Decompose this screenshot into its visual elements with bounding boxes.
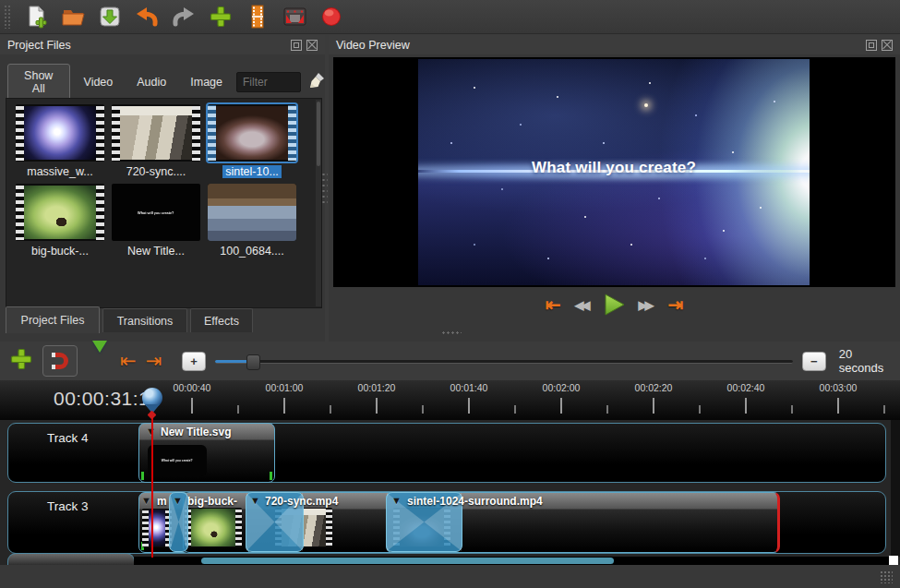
file-thumbnail-sintel [208,104,296,162]
close-panel-icon[interactable] [306,40,318,51]
video-preview-title: Video Preview [336,39,861,52]
horizontal-splitter[interactable] [441,330,462,336]
add-marker-button[interactable] [92,353,107,369]
rewind-button[interactable]: ◀◀ [575,298,591,312]
add-track-button[interactable] [9,347,33,375]
choose-profile-button[interactable] [243,3,272,30]
clear-filter-broom-icon[interactable] [308,72,325,92]
play-button[interactable] [605,294,625,316]
file-name: massive_w... [14,165,106,178]
ruler-label: 00:01:20 [358,382,396,393]
save-project-icon [98,5,122,29]
file-name-selected: sintel-10... [222,165,282,178]
timeline-vertical-scrollbar[interactable] [891,420,900,557]
title-thumb-text: What will you create? [162,459,193,462]
clip-menu-chevron-icon[interactable]: ▼ [250,495,260,506]
video-caption-text: What will you create? [418,159,810,177]
filter-show-all-button[interactable]: Show All [7,64,70,101]
clip-menu-chevron-icon[interactable]: ▼ [391,495,402,506]
zoom-out-button[interactable]: − [802,352,826,371]
open-project-button[interactable] [58,3,88,30]
save-project-button[interactable] [95,3,125,30]
ruler-label: 00:00:40 [174,382,211,393]
fullscreen-icon [282,6,307,28]
vertical-splitter[interactable] [321,172,328,205]
project-files-list: massive_w... 720-sync.... sintel-10... b… [6,98,322,308]
float-panel-icon[interactable] [291,40,302,51]
openshot-window: Project Files Show All Video Audio Image… [0,0,900,588]
tracks-area: Track 4 Track 3 What will you create? ▼ … [0,420,900,565]
zoom-slider-handle[interactable] [246,354,260,370]
record-circle-icon [320,6,342,28]
filter-audio-button[interactable]: Audio [126,70,176,94]
next-marker-button[interactable]: ⇥ [145,350,162,372]
timeline-toolbar: ⇤ ⇥ + − 20 seconds [0,342,900,380]
file-thumbnail-720sync [112,104,200,162]
project-files-panel: Project Files Show All Video Audio Image… [0,35,325,342]
new-project-button[interactable] [21,3,51,30]
stars-decoration [418,59,420,61]
clip-title: New Title.svg [161,426,231,438]
file-item-100-0684[interactable]: 100_0684.... [206,184,298,258]
file-item-sintel[interactable]: sintel-10... [206,104,298,178]
tab-project-files[interactable]: Project Files [6,306,100,333]
tab-transitions[interactable]: Transitions [102,308,187,332]
partial-track-row [7,553,135,566]
zoom-in-button[interactable]: + [182,352,206,371]
import-files-icon [209,5,233,29]
files-filter-row: Show All Video Audio Image [7,68,325,96]
clip-title: sintel-1024-surround.mp4 [407,495,543,508]
filter-input[interactable] [236,72,301,92]
close-panel-icon[interactable] [882,40,893,51]
clip-title: big-buck- [187,495,237,508]
filter-video-button[interactable]: Video [74,70,124,94]
file-name: New Title... [110,245,202,258]
project-files-title: Project Files [7,39,286,52]
clip-menu-chevron-icon[interactable]: ▼ [141,495,151,506]
jump-to-start-button[interactable]: ⇤ [546,294,561,316]
video-preview-header: Video Preview [329,35,900,54]
ruler-label: 00:03:00 [820,382,858,393]
fullscreen-button[interactable] [280,3,309,30]
window-resize-grip[interactable] [880,570,893,583]
snapping-toggle-button[interactable] [42,345,78,377]
open-project-icon [61,5,86,29]
fast-forward-button[interactable]: ▶▶ [639,298,654,312]
previous-marker-button[interactable]: ⇤ [120,350,137,372]
undo-button[interactable] [132,3,162,30]
file-item-bigbuck[interactable]: big-buck-... [14,184,106,258]
tab-effects[interactable]: Effects [190,308,253,332]
jump-to-end-button[interactable]: ⇥ [668,294,684,316]
file-thumbnail-massive [16,104,104,162]
file-item-newtitle[interactable]: What will you create? New Title... [110,184,202,258]
file-name: 720-sync.... [110,165,202,178]
clip-thumb-bigbuck [185,508,242,547]
new-project-icon [24,5,48,29]
redo-button[interactable] [169,3,198,30]
undo-icon [134,5,160,29]
playhead-handle[interactable] [141,388,163,419]
export-video-button[interactable] [317,3,346,30]
zoom-slider-track[interactable] [215,360,793,364]
title-thumb-text: What will you create? [138,210,174,214]
file-name: 100_0684.... [206,245,298,258]
file-item-massive[interactable]: massive_w... [14,104,106,178]
timeline-ruler[interactable]: 00:00:31:15 00:00:40 00:01:00 00:01:20 0… [0,380,900,421]
file-item-720sync[interactable]: 720-sync.... [110,104,202,178]
file-name: big-buck-... [14,245,106,258]
transport-controls: ⇤ ◀◀ ▶▶ ⇥ [329,294,900,316]
zoom-slider[interactable] [215,352,793,370]
import-files-button[interactable] [206,3,235,30]
filter-image-button[interactable]: Image [180,70,233,94]
track-label: Track 4 [47,431,89,445]
ruler-label: 00:02:20 [635,382,673,393]
transition-menu-chevron-icon[interactable]: ▼ [173,495,183,506]
zoom-level-label: 20 seconds [839,347,900,375]
timeline-horizontal-scrollbar[interactable] [134,557,891,565]
toolbar-drag-handle[interactable] [4,5,12,29]
ruler-label: 00:01:40 [450,382,488,393]
scrollbar-thumb[interactable] [201,558,614,564]
clip-title: 720-sync.mp4 [265,495,338,508]
file-thumbnail-newtitle: What will you create? [112,184,200,241]
float-panel-icon[interactable] [866,40,877,51]
